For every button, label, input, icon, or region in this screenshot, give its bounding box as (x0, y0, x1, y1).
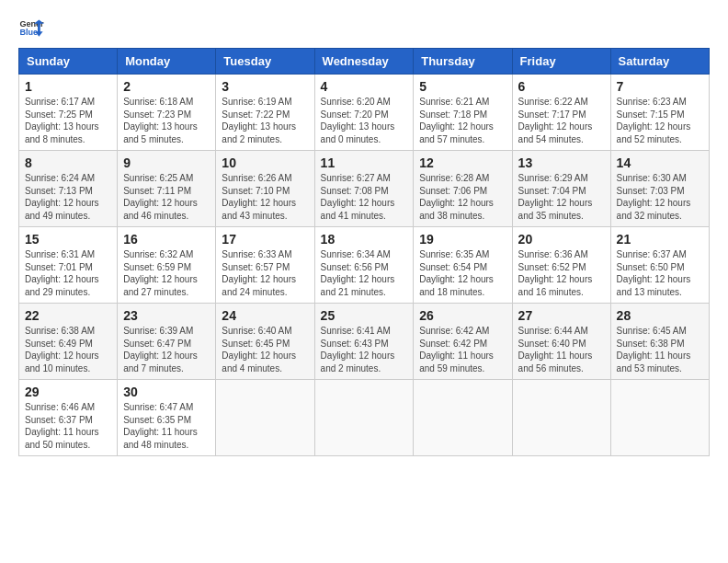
calendar-header-tuesday: Tuesday (216, 49, 314, 75)
day-number: 17 (222, 232, 308, 247)
day-number: 18 (321, 232, 408, 247)
calendar-day-cell: 11Sunrise: 6:27 AM Sunset: 7:08 PM Dayli… (314, 151, 414, 227)
day-number: 15 (25, 232, 111, 247)
calendar-day-cell: 20Sunrise: 6:36 AM Sunset: 6:52 PM Dayli… (512, 227, 610, 304)
calendar-week-row: 22Sunrise: 6:38 AM Sunset: 6:49 PM Dayli… (19, 304, 710, 380)
day-info: Sunrise: 6:28 AM Sunset: 7:06 PM Dayligh… (419, 172, 506, 222)
day-number: 20 (518, 232, 605, 247)
calendar-day-cell: 12Sunrise: 6:28 AM Sunset: 7:06 PM Dayli… (414, 151, 512, 227)
day-number: 6 (518, 79, 605, 94)
day-info: Sunrise: 6:19 AM Sunset: 7:22 PM Dayligh… (222, 96, 308, 145)
calendar-day-cell: 1Sunrise: 6:17 AM Sunset: 7:25 PM Daylig… (19, 75, 118, 151)
day-number: 28 (617, 308, 703, 323)
day-info: Sunrise: 6:29 AM Sunset: 7:04 PM Dayligh… (518, 172, 605, 222)
calendar-day-cell: 19Sunrise: 6:35 AM Sunset: 6:54 PM Dayli… (414, 227, 512, 304)
day-number: 4 (321, 79, 408, 94)
day-info: Sunrise: 6:32 AM Sunset: 6:59 PM Dayligh… (123, 248, 210, 298)
calendar-day-cell: 16Sunrise: 6:32 AM Sunset: 6:59 PM Dayli… (118, 227, 216, 304)
calendar-day-cell: 21Sunrise: 6:37 AM Sunset: 6:50 PM Dayli… (610, 227, 709, 304)
calendar-empty-cell (216, 380, 314, 456)
calendar-day-cell: 30Sunrise: 6:47 AM Sunset: 6:35 PM Dayli… (118, 380, 216, 456)
day-info: Sunrise: 6:46 AM Sunset: 6:37 PM Dayligh… (25, 401, 111, 451)
calendar-day-cell: 22Sunrise: 6:38 AM Sunset: 6:49 PM Dayli… (19, 304, 118, 380)
day-info: Sunrise: 6:17 AM Sunset: 7:25 PM Dayligh… (25, 96, 111, 145)
calendar-day-cell: 3Sunrise: 6:19 AM Sunset: 7:22 PM Daylig… (216, 75, 314, 151)
calendar-day-cell: 2Sunrise: 6:18 AM Sunset: 7:23 PM Daylig… (118, 75, 216, 151)
day-number: 24 (222, 308, 308, 323)
calendar-day-cell: 4Sunrise: 6:20 AM Sunset: 7:20 PM Daylig… (314, 75, 414, 151)
day-info: Sunrise: 6:44 AM Sunset: 6:40 PM Dayligh… (518, 325, 605, 374)
day-info: Sunrise: 6:18 AM Sunset: 7:23 PM Dayligh… (123, 96, 210, 145)
calendar-day-cell: 24Sunrise: 6:40 AM Sunset: 6:45 PM Dayli… (216, 304, 314, 380)
day-info: Sunrise: 6:21 AM Sunset: 7:18 PM Dayligh… (419, 96, 506, 145)
day-number: 7 (617, 79, 703, 94)
day-number: 10 (222, 155, 308, 170)
calendar-week-row: 15Sunrise: 6:31 AM Sunset: 7:01 PM Dayli… (19, 227, 710, 304)
day-info: Sunrise: 6:45 AM Sunset: 6:38 PM Dayligh… (617, 325, 703, 374)
calendar-header-saturday: Saturday (610, 49, 709, 75)
day-info: Sunrise: 6:35 AM Sunset: 6:54 PM Dayligh… (419, 248, 506, 298)
day-number: 1 (25, 79, 111, 94)
calendar-empty-cell (610, 380, 709, 456)
day-info: Sunrise: 6:36 AM Sunset: 6:52 PM Dayligh… (518, 248, 605, 298)
day-number: 23 (123, 308, 210, 323)
day-number: 9 (123, 155, 210, 170)
calendar-day-cell: 14Sunrise: 6:30 AM Sunset: 7:03 PM Dayli… (610, 151, 709, 227)
day-info: Sunrise: 6:34 AM Sunset: 6:56 PM Dayligh… (321, 248, 408, 298)
day-info: Sunrise: 6:23 AM Sunset: 7:15 PM Dayligh… (617, 96, 703, 145)
day-info: Sunrise: 6:25 AM Sunset: 7:11 PM Dayligh… (123, 172, 210, 222)
day-info: Sunrise: 6:38 AM Sunset: 6:49 PM Dayligh… (25, 325, 111, 374)
day-number: 22 (25, 308, 111, 323)
day-info: Sunrise: 6:39 AM Sunset: 6:47 PM Dayligh… (123, 325, 210, 374)
calendar-day-cell: 17Sunrise: 6:33 AM Sunset: 6:57 PM Dayli… (216, 227, 314, 304)
calendar-day-cell: 23Sunrise: 6:39 AM Sunset: 6:47 PM Dayli… (118, 304, 216, 380)
day-number: 21 (617, 232, 703, 247)
day-number: 12 (419, 155, 506, 170)
day-number: 30 (123, 385, 210, 399)
calendar-week-row: 29Sunrise: 6:46 AM Sunset: 6:37 PM Dayli… (19, 380, 710, 456)
calendar-table: SundayMondayTuesdayWednesdayThursdayFrid… (18, 48, 710, 456)
calendar-day-cell: 18Sunrise: 6:34 AM Sunset: 6:56 PM Dayli… (314, 227, 414, 304)
calendar-header-thursday: Thursday (414, 49, 512, 75)
calendar-day-cell: 10Sunrise: 6:26 AM Sunset: 7:10 PM Dayli… (216, 151, 314, 227)
day-info: Sunrise: 6:47 AM Sunset: 6:35 PM Dayligh… (123, 401, 210, 451)
day-info: Sunrise: 6:20 AM Sunset: 7:20 PM Dayligh… (321, 96, 408, 145)
day-info: Sunrise: 6:42 AM Sunset: 6:42 PM Dayligh… (419, 325, 506, 374)
calendar-day-cell: 6Sunrise: 6:22 AM Sunset: 7:17 PM Daylig… (512, 75, 610, 151)
day-number: 29 (25, 385, 111, 399)
day-number: 14 (617, 155, 703, 170)
day-info: Sunrise: 6:33 AM Sunset: 6:57 PM Dayligh… (222, 248, 308, 298)
day-number: 5 (419, 79, 506, 94)
day-number: 25 (321, 308, 408, 323)
calendar-day-cell: 28Sunrise: 6:45 AM Sunset: 6:38 PM Dayli… (610, 304, 709, 380)
calendar-day-cell: 26Sunrise: 6:42 AM Sunset: 6:42 PM Dayli… (414, 304, 512, 380)
day-info: Sunrise: 6:27 AM Sunset: 7:08 PM Dayligh… (321, 172, 408, 222)
page-header: General Blue (18, 15, 710, 40)
calendar-day-cell: 5Sunrise: 6:21 AM Sunset: 7:18 PM Daylig… (414, 75, 512, 151)
day-info: Sunrise: 6:37 AM Sunset: 6:50 PM Dayligh… (617, 248, 703, 298)
calendar-day-cell: 29Sunrise: 6:46 AM Sunset: 6:37 PM Dayli… (19, 380, 118, 456)
calendar-day-cell: 9Sunrise: 6:25 AM Sunset: 7:11 PM Daylig… (118, 151, 216, 227)
calendar-day-cell: 25Sunrise: 6:41 AM Sunset: 6:43 PM Dayli… (314, 304, 414, 380)
calendar-empty-cell (314, 380, 414, 456)
day-number: 26 (419, 308, 506, 323)
day-number: 3 (222, 79, 308, 94)
svg-text:Blue: Blue (19, 28, 38, 37)
day-number: 2 (123, 79, 210, 94)
day-number: 27 (518, 308, 605, 323)
day-info: Sunrise: 6:22 AM Sunset: 7:17 PM Dayligh… (518, 96, 605, 145)
day-info: Sunrise: 6:41 AM Sunset: 6:43 PM Dayligh… (321, 325, 408, 374)
calendar-day-cell: 13Sunrise: 6:29 AM Sunset: 7:04 PM Dayli… (512, 151, 610, 227)
day-info: Sunrise: 6:24 AM Sunset: 7:13 PM Dayligh… (25, 172, 111, 222)
day-number: 13 (518, 155, 605, 170)
day-info: Sunrise: 6:40 AM Sunset: 6:45 PM Dayligh… (222, 325, 308, 374)
day-info: Sunrise: 6:30 AM Sunset: 7:03 PM Dayligh… (617, 172, 703, 222)
day-number: 11 (321, 155, 408, 170)
logo-icon: General Blue (18, 15, 44, 40)
calendar-header-friday: Friday (512, 49, 610, 75)
calendar-header-wednesday: Wednesday (314, 49, 414, 75)
calendar-empty-cell (414, 380, 512, 456)
calendar-header-monday: Monday (118, 49, 216, 75)
calendar-day-cell: 27Sunrise: 6:44 AM Sunset: 6:40 PM Dayli… (512, 304, 610, 380)
calendar-day-cell: 8Sunrise: 6:24 AM Sunset: 7:13 PM Daylig… (19, 151, 118, 227)
